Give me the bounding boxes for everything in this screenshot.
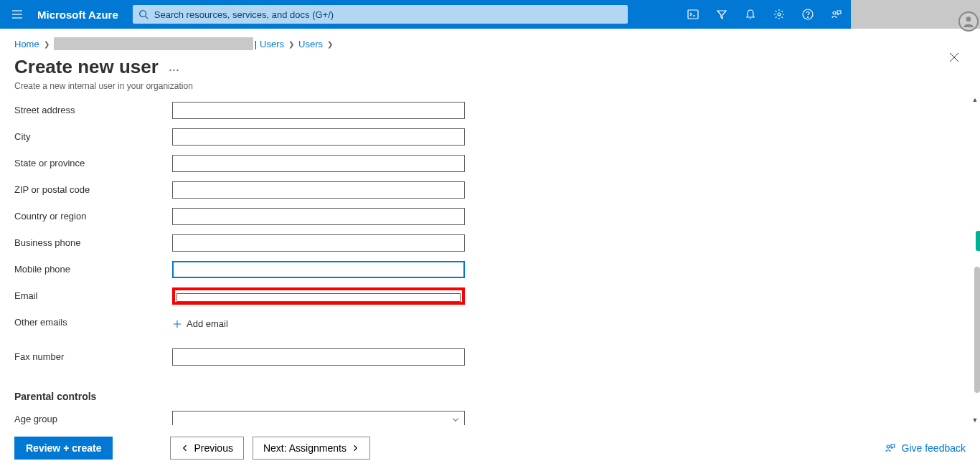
input-street-address[interactable] bbox=[172, 102, 465, 119]
previous-label: Previous bbox=[194, 442, 232, 454]
label-street-address: Street address bbox=[14, 102, 172, 115]
help-button[interactable] bbox=[793, 0, 822, 29]
previous-button[interactable]: Previous bbox=[170, 437, 243, 460]
label-fax: Fax number bbox=[14, 348, 172, 362]
select-age-group[interactable] bbox=[172, 411, 465, 425]
add-email-button[interactable]: Add email bbox=[172, 318, 228, 329]
chevron-left-icon bbox=[181, 444, 189, 452]
scroll-thumb[interactable] bbox=[974, 267, 980, 393]
person-feedback-icon bbox=[831, 9, 842, 20]
side-tab-indicator[interactable] bbox=[976, 231, 980, 251]
close-button[interactable] bbox=[948, 52, 960, 65]
chevron-right-icon: ❯ bbox=[288, 40, 294, 48]
search-placeholder: Search resources, services, and docs (G+… bbox=[154, 9, 334, 20]
chevron-right-icon: ❯ bbox=[327, 40, 333, 48]
help-icon bbox=[802, 9, 814, 20]
chevron-down-icon bbox=[451, 415, 460, 424]
svg-point-11 bbox=[808, 17, 809, 18]
next-label: Next: Assignments bbox=[263, 442, 347, 454]
label-mobile-phone: Mobile phone bbox=[14, 261, 172, 275]
user-icon bbox=[962, 15, 975, 28]
breadcrumb-users-1[interactable]: Users bbox=[260, 39, 284, 49]
input-mobile-phone[interactable] bbox=[172, 261, 465, 278]
chevron-right-icon: ❯ bbox=[44, 40, 50, 48]
label-country: Country or region bbox=[14, 208, 172, 222]
svg-point-18 bbox=[887, 445, 890, 448]
chevron-right-icon bbox=[351, 444, 359, 452]
hamburger-icon bbox=[11, 9, 23, 20]
plus-icon bbox=[172, 319, 182, 329]
scroll-up-button[interactable]: ▲ bbox=[970, 95, 980, 105]
label-zip: ZIP or postal code bbox=[14, 181, 172, 195]
search-icon bbox=[138, 9, 149, 19]
input-state[interactable] bbox=[172, 155, 465, 172]
svg-point-9 bbox=[778, 13, 781, 16]
section-parental-controls: Parental controls bbox=[14, 391, 956, 402]
notifications-button[interactable] bbox=[736, 0, 765, 29]
page-title: Create new user bbox=[14, 56, 159, 78]
svg-marker-7 bbox=[717, 11, 726, 19]
input-business-phone[interactable] bbox=[172, 234, 465, 252]
add-email-label: Add email bbox=[187, 318, 228, 329]
search-input[interactable]: Search resources, services, and docs (G+… bbox=[133, 5, 628, 24]
gear-icon bbox=[773, 9, 785, 20]
brand-label[interactable]: Microsoft Azure bbox=[34, 9, 128, 21]
breadcrumb: Home ❯ | Users ❯ Users ❯ bbox=[0, 29, 980, 52]
give-feedback-label: Give feedback bbox=[902, 442, 966, 454]
breadcrumb-tenant-masked[interactable] bbox=[54, 37, 253, 50]
cloud-shell-button[interactable] bbox=[679, 0, 707, 29]
menu-button[interactable] bbox=[0, 0, 34, 29]
svg-point-12 bbox=[833, 11, 836, 14]
label-other-emails: Other emails bbox=[14, 314, 172, 328]
svg-point-3 bbox=[140, 11, 146, 17]
label-age-group: Age group bbox=[14, 411, 172, 424]
label-city: City bbox=[14, 128, 172, 142]
label-email: Email bbox=[14, 287, 172, 301]
bell-icon bbox=[745, 9, 756, 20]
svg-point-13 bbox=[966, 16, 971, 22]
review-create-button[interactable]: Review + create bbox=[14, 437, 113, 460]
input-country[interactable] bbox=[172, 208, 465, 225]
breadcrumb-users-2[interactable]: Users bbox=[298, 39, 323, 49]
label-state: State or province bbox=[14, 155, 172, 168]
svg-line-4 bbox=[145, 16, 148, 19]
input-city[interactable] bbox=[172, 128, 465, 146]
input-zip[interactable] bbox=[172, 181, 465, 199]
settings-button[interactable] bbox=[765, 0, 793, 29]
filter-button[interactable] bbox=[707, 0, 736, 29]
close-icon bbox=[948, 52, 960, 63]
cloud-shell-icon bbox=[687, 9, 699, 20]
label-business-phone: Business phone bbox=[14, 234, 172, 248]
breadcrumb-home[interactable]: Home bbox=[14, 39, 39, 49]
person-feedback-icon bbox=[885, 442, 896, 454]
svg-rect-5 bbox=[688, 10, 698, 19]
input-fax[interactable] bbox=[172, 348, 465, 366]
more-actions-button[interactable]: ··· bbox=[169, 66, 179, 73]
give-feedback-link[interactable]: Give feedback bbox=[885, 442, 966, 454]
account-area[interactable] bbox=[851, 0, 980, 29]
filter-icon bbox=[716, 9, 727, 20]
scroll-down-button[interactable]: ▼ bbox=[970, 415, 980, 425]
avatar bbox=[958, 11, 979, 32]
feedback-top-button[interactable] bbox=[822, 0, 851, 29]
next-button[interactable]: Next: Assignments bbox=[253, 437, 370, 460]
separator-pipe: | bbox=[255, 39, 257, 49]
input-email-highlight bbox=[172, 287, 465, 305]
page-subtitle: Create a new internal user in your organ… bbox=[14, 81, 966, 91]
input-email[interactable] bbox=[176, 293, 461, 302]
